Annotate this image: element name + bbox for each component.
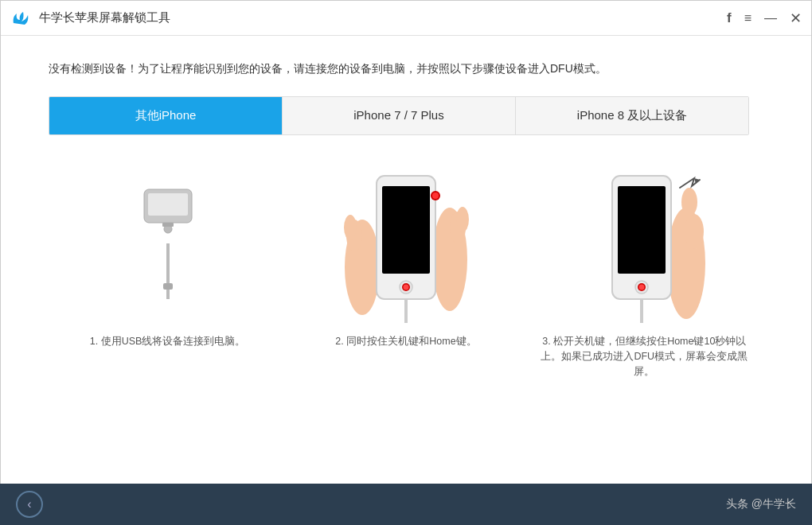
step-3-svg <box>576 164 712 323</box>
step-3-illustration <box>576 164 712 323</box>
svg-rect-3 <box>162 223 174 227</box>
step-3: 3. 松开关机键，但继续按住Home键10秒钟以上。如果已成功进入DFU模式，屏… <box>541 164 748 379</box>
window-controls: f ≡ — ✕ <box>727 11 802 25</box>
watermark-text: 头条 @牛学长 <box>726 497 796 511</box>
app-title: 牛学长苹果屏幕解锁工具 <box>39 10 170 25</box>
svg-point-29 <box>639 285 645 290</box>
svg-rect-5 <box>163 283 173 290</box>
svg-point-22 <box>685 214 704 249</box>
facebook-icon[interactable]: f <box>727 11 732 25</box>
menu-icon[interactable]: ≡ <box>744 12 751 25</box>
app-logo: 牛学长苹果屏幕解锁工具 <box>10 9 170 28</box>
tab-iphone7[interactable]: iPhone 7 / 7 Plus <box>283 97 516 134</box>
main-content: 没有检测到设备！为了让程序能识别到您的设备，请连接您的设备到电脑，并按照以下步骤… <box>1 36 811 395</box>
back-button[interactable]: ‹ <box>16 491 43 518</box>
svg-point-23 <box>681 188 697 216</box>
step-3-label: 3. 松开关机键，但继续按住Home键10秒钟以上。如果已成功进入DFU模式，屏… <box>541 334 748 379</box>
minimize-icon[interactable]: — <box>764 12 777 25</box>
step-1-label: 1. 使用USB线将设备连接到电脑。 <box>90 334 246 349</box>
svg-point-12 <box>456 207 469 232</box>
step-1-illustration <box>128 164 208 323</box>
svg-rect-14 <box>382 186 430 274</box>
usb-cable-svg <box>160 243 176 299</box>
close-icon[interactable]: ✕ <box>790 11 802 25</box>
svg-rect-26 <box>618 186 666 274</box>
steps-container: 1. 使用USB线将设备连接到电脑。 <box>49 164 763 379</box>
step-2: 2. 同时按住关机键和Home键。 <box>303 164 509 349</box>
step-2-illustration <box>338 164 474 323</box>
titlebar: 牛学长苹果屏幕解锁工具 f ≡ — ✕ <box>1 1 811 36</box>
notice-text: 没有检测到设备！为了让程序能识别到您的设备，请连接您的设备到电脑，并按照以下步骤… <box>49 60 763 77</box>
logo-icon <box>10 9 33 28</box>
tab-other-iphone[interactable]: 其他iPhone <box>49 97 283 134</box>
usb-device <box>128 188 208 299</box>
iphone-usb-top <box>128 188 208 243</box>
tabs-container: 其他iPhone iPhone 7 / 7 Plus iPhone 8 及以上设… <box>49 96 749 135</box>
svg-point-19 <box>403 285 408 290</box>
bottombar: ‹ 头条 @牛学长 <box>0 484 812 525</box>
step-2-svg <box>338 164 474 323</box>
svg-point-9 <box>344 215 357 240</box>
svg-point-17 <box>432 192 439 199</box>
step-1: 1. 使用USB线将设备连接到电脑。 <box>64 164 271 349</box>
tab-iphone8[interactable]: iPhone 8 及以上设备 <box>516 97 748 134</box>
step-2-label: 2. 同时按住关机键和Home键。 <box>335 334 476 349</box>
svg-rect-1 <box>148 193 188 216</box>
